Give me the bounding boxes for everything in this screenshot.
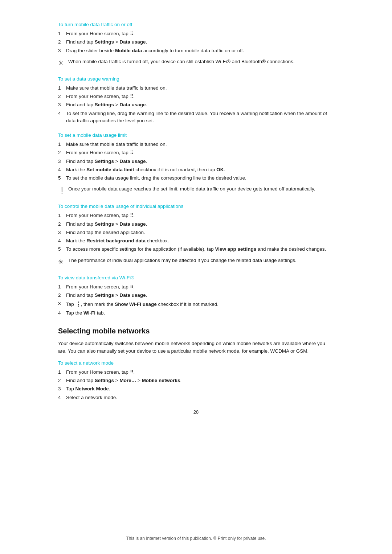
grid-icon — [130, 150, 134, 155]
section-title-data-warning: To set a data usage warning — [58, 76, 334, 82]
step-1: 1 Make sure that mobile data traffic is … — [58, 141, 334, 148]
tip-individual-apps: ✳ The performance of individual applicat… — [58, 257, 334, 267]
page-footer: This is an Internet version of this publ… — [0, 536, 392, 541]
selecting-mobile-networks-description: Your device automatically switches betwe… — [58, 340, 334, 355]
step-3: 3 Find and tap Settings > Data usage. — [58, 158, 334, 165]
warn-data-limit: ❕ Once your mobile data usage reaches th… — [58, 185, 334, 196]
steps-view-wifi: 1 From your Home screen, tap . 2 Find an… — [58, 283, 334, 317]
step-4: 4 Select a network mode. — [58, 394, 334, 401]
step-1: 1 From your Home screen, tap . — [58, 283, 334, 291]
steps-individual-apps: 1 From your Home screen, tap . 2 Find an… — [58, 212, 334, 253]
step-2: 2 Find and tap Settings > More… > Mobile… — [58, 377, 334, 384]
step-3: 3 Tap Network Mode. — [58, 385, 334, 393]
colon-icon — [75, 301, 81, 307]
page-number: 28 — [58, 409, 334, 415]
section-title-turn-mobile-data: To turn mobile data traffic on or off — [58, 22, 334, 27]
section-data-usage-warning: To set a data usage warning 1 Make sure … — [58, 76, 334, 124]
section-title-individual-apps: To control the mobile data usage of indi… — [58, 204, 334, 209]
step-1: 1 From your Home screen, tap . — [58, 369, 334, 376]
section-mobile-data-limit: To set a mobile data usage limit 1 Make … — [58, 132, 334, 196]
step-4: 4 Mark the Set mobile data limit checkbo… — [58, 166, 334, 173]
step-5: 5 To set the mobile data usage limit, dr… — [58, 175, 334, 182]
grid-icon — [130, 31, 134, 36]
grid-icon — [130, 213, 134, 218]
grid-icon — [130, 369, 134, 375]
section-individual-apps: To control the mobile data usage of indi… — [58, 204, 334, 267]
step-3: 3 Drag the slider beside Mobile data acc… — [58, 47, 334, 54]
selecting-mobile-networks-heading: Selecting mobile networks — [58, 327, 334, 335]
step-4: 4 Mark the Restrict background data chec… — [58, 237, 334, 245]
step-5: 5 To access more specific settings for t… — [58, 246, 334, 253]
step-2: 2 From your Home screen, tap . — [58, 93, 334, 100]
steps-turn-mobile-data: 1 From your Home screen, tap . 2 Find an… — [58, 30, 334, 54]
section-title-select-network-mode: To select a network mode — [58, 360, 334, 366]
step-3: 3 Find and tap the desired application. — [58, 229, 334, 236]
section-view-wifi-data: To view data transferred via Wi-Fi® 1 Fr… — [58, 275, 334, 317]
grid-icon — [130, 94, 134, 99]
step-3: 3 Find and tap Settings > Data usage. — [58, 101, 334, 108]
step-4: 4 To set the warning line, drag the warn… — [58, 110, 334, 125]
step-1: 1 From your Home screen, tap . — [58, 30, 334, 37]
step-4: 4 Tap the Wi-Fi tab. — [58, 309, 334, 317]
section-selecting-mobile-networks: Selecting mobile networks Your device au… — [58, 327, 334, 401]
step-2: 2 Find and tap Settings > Data usage. — [58, 38, 334, 46]
step-3: 3 Tap , then mark the Show Wi-Fi usage c… — [58, 300, 334, 308]
steps-select-network-mode: 1 From your Home screen, tap . 2 Find an… — [58, 369, 334, 401]
tip-icon: ✳ — [58, 58, 68, 68]
grid-icon — [130, 284, 134, 290]
section-title-data-limit: To set a mobile data usage limit — [58, 132, 334, 138]
step-1: 1 Make sure that mobile data traffic is … — [58, 85, 334, 92]
step-1: 1 From your Home screen, tap . — [58, 212, 334, 219]
steps-data-limit: 1 Make sure that mobile data traffic is … — [58, 141, 334, 182]
warn-icon: ❕ — [58, 185, 68, 196]
steps-data-warning: 1 Make sure that mobile data traffic is … — [58, 85, 334, 124]
section-title-view-wifi: To view data transferred via Wi-Fi® — [58, 275, 334, 280]
step-2: 2 Find and tap Settings > Data usage. — [58, 221, 334, 228]
tip-turn-mobile-data: ✳ When mobile data traffic is turned off… — [58, 58, 334, 68]
page: To turn mobile data traffic on or off 1 … — [0, 0, 392, 554]
tip-icon: ✳ — [58, 257, 68, 267]
section-turn-mobile-data: To turn mobile data traffic on or off 1 … — [58, 22, 334, 68]
step-2: 2 Find and tap Settings > Data usage. — [58, 292, 334, 299]
step-2: 2 From your Home screen, tap . — [58, 149, 334, 156]
